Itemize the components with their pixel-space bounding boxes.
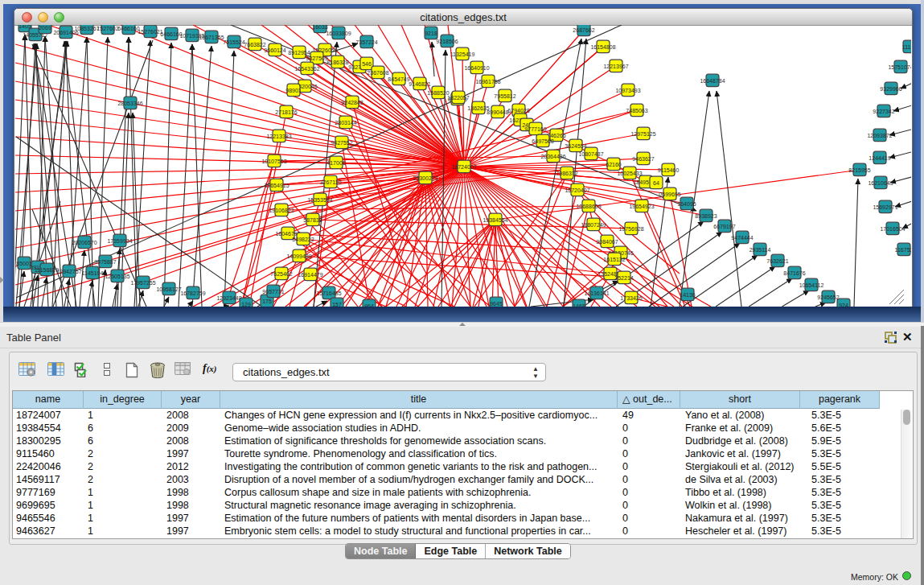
svg-text:15720407: 15720407: [565, 187, 589, 193]
svg-text:16543362: 16543362: [294, 66, 319, 72]
svg-text:9645: 9645: [490, 301, 503, 307]
svg-text:98901: 98901: [285, 88, 302, 93]
svg-text:16671355: 16671355: [199, 35, 224, 40]
svg-text:9427552: 9427552: [331, 140, 352, 146]
svg-text:546: 546: [362, 61, 372, 67]
svg-text:10807487: 10807487: [578, 151, 603, 157]
svg-text:9146821: 9146821: [409, 81, 430, 87]
svg-text:16914479: 16914479: [298, 272, 322, 278]
svg-text:10973493: 10973493: [615, 88, 640, 93]
svg-text:20364436: 20364436: [540, 154, 565, 159]
svg-text:16154808: 16154808: [590, 44, 615, 50]
svg-text:2935114: 2935114: [749, 247, 771, 253]
svg-text:9975887: 9975887: [94, 259, 116, 265]
svg-text:1145194: 1145194: [82, 270, 104, 276]
svg-text:1615132: 1615132: [603, 257, 625, 262]
svg-text:62160: 62160: [606, 162, 622, 167]
svg-text:7632621: 7632621: [766, 258, 788, 264]
svg-text:12923448: 12923448: [216, 295, 241, 301]
svg-text:2069: 2069: [39, 25, 51, 31]
svg-text:2803144: 2803144: [335, 120, 356, 126]
svg-text:16033: 16033: [312, 25, 328, 30]
svg-text:10025433: 10025433: [617, 171, 642, 176]
svg-text:11156829: 11156829: [35, 267, 59, 273]
svg-text:9329966: 9329966: [880, 86, 901, 92]
svg-text:116753: 116753: [895, 247, 911, 253]
svg-text:18724007: 18724007: [451, 164, 476, 170]
svg-text:15751074: 15751074: [888, 64, 911, 70]
svg-text:8215955: 8215955: [848, 167, 870, 173]
svg-text:7515524: 7515524: [223, 39, 244, 45]
svg-text:8454749: 8454749: [388, 76, 409, 82]
svg-text:9660124: 9660124: [264, 47, 285, 53]
svg-text:12213383: 12213383: [266, 134, 291, 139]
svg-text:7357224: 7357224: [355, 39, 377, 45]
svg-text:14099489: 14099489: [286, 253, 311, 259]
svg-text:9218: 9218: [425, 31, 437, 36]
svg-text:10853267: 10853267: [74, 26, 99, 31]
svg-text:5498222: 5498222: [292, 237, 314, 242]
svg-text:19106822: 19106822: [269, 208, 294, 213]
svg-text:8938923: 8938923: [695, 213, 717, 219]
svg-text:12942757: 12942757: [56, 269, 81, 274]
svg-text:17016504: 17016504: [880, 226, 905, 232]
svg-text:9227342: 9227342: [873, 109, 894, 114]
svg-text:8912954: 8912954: [288, 50, 310, 56]
svg-text:16640910: 16640910: [464, 65, 489, 71]
svg-text:8990448: 8990448: [487, 109, 508, 115]
svg-text:28053346: 28053346: [117, 101, 142, 106]
svg-text:14136: 14136: [680, 292, 696, 298]
svg-text:15276021: 15276021: [138, 29, 162, 35]
svg-text:10958127: 10958127: [156, 286, 181, 292]
svg-text:19756928: 19756928: [618, 226, 643, 232]
svg-text:164095: 164095: [677, 201, 696, 207]
svg-text:7485063: 7485063: [626, 108, 647, 113]
svg-text:9218506: 9218506: [436, 39, 458, 44]
svg-text:19654923: 19654923: [629, 204, 654, 209]
svg-text:175: 175: [262, 299, 272, 304]
svg-text:9463627: 9463627: [632, 156, 654, 162]
svg-text:9474444: 9474444: [731, 235, 753, 241]
svg-text:16033809: 16033809: [326, 31, 351, 36]
svg-text:12093872: 12093872: [867, 133, 892, 138]
svg-text:8471676: 8471676: [783, 270, 805, 276]
svg-text:9084067: 9084067: [596, 239, 618, 245]
svg-text:1405: 1405: [18, 25, 31, 29]
svg-text:15692971: 15692971: [873, 204, 897, 210]
svg-text:1733426: 1733426: [620, 295, 642, 301]
svg-text:9115460: 9115460: [658, 167, 680, 173]
svg-text:9327509: 9327509: [306, 56, 327, 61]
svg-text:16648784: 16648784: [700, 78, 725, 84]
svg-text:16210643: 16210643: [868, 180, 893, 186]
svg-text:7986372: 7986372: [556, 171, 577, 176]
svg-text:25300273: 25300273: [413, 175, 437, 181]
svg-text:9657771: 9657771: [262, 289, 284, 295]
svg-text:1588520: 1588520: [427, 90, 449, 96]
svg-text:18807249: 18807249: [581, 222, 606, 228]
svg-text:10688609: 10688609: [576, 204, 601, 209]
svg-text:417006: 417006: [326, 160, 345, 166]
svg-text:16782759: 16782759: [180, 290, 205, 296]
svg-text:6679197: 6679197: [713, 224, 735, 229]
svg-text:17957255: 17957255: [130, 280, 155, 286]
svg-text:20206570: 20206570: [72, 240, 97, 245]
svg-text:7663822: 7663822: [244, 42, 265, 47]
svg-text:6794028: 6794028: [507, 108, 529, 113]
svg-text:7625402: 7625402: [270, 271, 292, 277]
svg-text:746266: 746266: [547, 133, 565, 138]
svg-text:12213967: 12213967: [603, 64, 628, 69]
svg-text:12975125: 12975125: [630, 131, 655, 137]
svg-text:1244419: 1244419: [869, 155, 890, 161]
svg-text:11325419: 11325419: [450, 51, 475, 57]
svg-text:15353594: 15353594: [307, 197, 332, 203]
svg-text:6466160: 6466160: [117, 26, 139, 31]
svg-text:1527602: 1527602: [97, 26, 118, 31]
svg-text:8186328: 8186328: [326, 60, 348, 65]
svg-text:3267110: 3267110: [320, 179, 342, 185]
svg-text:6497568: 6497568: [532, 138, 553, 144]
svg-text:7955812: 7955812: [494, 93, 515, 99]
svg-text:3624554: 3624554: [565, 143, 586, 149]
svg-text:2718176: 2718176: [275, 109, 297, 115]
svg-text:19384554: 19384554: [483, 217, 507, 223]
svg-text:9245652: 9245652: [817, 295, 839, 300]
